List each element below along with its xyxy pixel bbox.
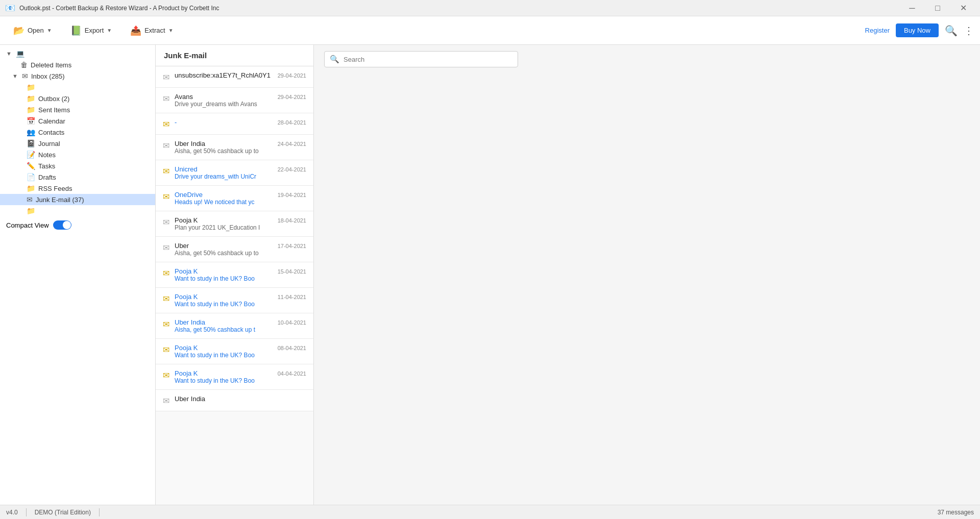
email-sender: -: [175, 118, 273, 126]
email-content: Pooja K Want to study in the UK? Boo: [175, 293, 273, 308]
email-panel: Junk E-mail ✉ unsubscribe:xa1EY7t_RchlA0…: [156, 45, 314, 505]
sidebar-item-journal[interactable]: ▶📓Journal: [0, 138, 155, 149]
minimize-button[interactable]: ─: [900, 0, 924, 16]
email-sender: OneDrive: [175, 191, 273, 199]
open-button[interactable]: 📂 Open ▼: [6, 22, 59, 39]
icon-root: 💻: [16, 50, 24, 58]
extract-icon: 📤: [130, 25, 141, 36]
email-item[interactable]: ✉ Pooja K Plan your 2021 UK_Education I …: [156, 211, 313, 237]
content-area: 🔍: [314, 45, 980, 505]
email-preview: Heads up! We noticed that yc: [175, 199, 273, 206]
email-item[interactable]: ✉ unsubscribe:xa1EY7t_RchlA0Y1 29-04-202…: [156, 66, 313, 88]
buynow-button[interactable]: Buy Now: [896, 23, 939, 37]
toolbar-left: 📂 Open ▼ 📗 Export ▼ 📤 Extract ▼: [6, 22, 181, 39]
open-label: Open: [28, 27, 44, 34]
email-preview: Want to study in the UK? Boo: [175, 275, 273, 282]
extract-button[interactable]: 📤 Extract ▼: [123, 22, 180, 39]
open-dropdown-arrow: ▼: [47, 28, 52, 33]
email-content: Pooja K Plan your 2021 UK_Education I: [175, 216, 273, 231]
toolbar-right: Register Buy Now 🔍 ⋮: [865, 23, 974, 37]
menu-dots-button[interactable]: ⋮: [964, 24, 974, 37]
register-button[interactable]: Register: [865, 27, 890, 34]
email-item[interactable]: ✉ Uber India: [156, 390, 313, 411]
label-journal: Journal: [38, 140, 60, 147]
email-icon: ✉: [163, 72, 169, 82]
sidebar-item-rss-feeds[interactable]: ▶📁RSS Feeds: [0, 183, 155, 194]
email-item[interactable]: ✉ - 28-04-2021: [156, 113, 313, 135]
label-deleted-items: Deleted Items: [31, 61, 71, 69]
email-date: 29-04-2021: [278, 72, 306, 79]
sidebar-item-inbox[interactable]: ▼✉Inbox (285): [0, 70, 155, 82]
icon-contacts: 👥: [27, 128, 35, 136]
email-sender: Uber India: [175, 395, 301, 403]
email-icon: ✉: [163, 217, 169, 227]
sidebar-item-outbox[interactable]: ▶📁Outbox (2): [0, 93, 155, 104]
label-drafts: Drafts: [38, 174, 56, 181]
email-item[interactable]: ✉ OneDrive Heads up! We noticed that yc …: [156, 186, 313, 211]
email-item[interactable]: ✉ Uber Aisha, get 50% cashback up to 17-…: [156, 237, 313, 262]
compact-view-toggle[interactable]: [53, 220, 71, 230]
sidebar-item-drafts[interactable]: ▶📄Drafts: [0, 171, 155, 183]
email-preview: Aisha, get 50% cashback up to: [175, 250, 273, 257]
email-content: Uber India Aisha, get 50% cashback up to: [175, 140, 273, 155]
edition-label: DEMO (Trial Edition): [35, 509, 91, 516]
email-item[interactable]: ✉ Pooja K Want to study in the UK? Boo 0…: [156, 364, 313, 390]
email-item[interactable]: ✉ Pooja K Want to study in the UK? Boo 1…: [156, 288, 313, 313]
email-preview: Want to study in the UK? Boo: [175, 377, 273, 384]
titlebar-title: Outlook.pst - Corbett Backup & Restore W…: [19, 5, 219, 12]
sidebar-item-contacts[interactable]: ▶👥Contacts: [0, 127, 155, 138]
email-item[interactable]: ✉ Avans Drive your_dreams with Avans 29-…: [156, 88, 313, 113]
sidebar-item-deleted-items[interactable]: ▶🗑Deleted Items: [0, 59, 155, 70]
sidebar-item-junk-email[interactable]: ▶✉Junk E-mail (37): [0, 194, 155, 205]
icon-junk-email: ✉: [27, 195, 33, 204]
export-dropdown-arrow: ▼: [107, 28, 112, 33]
export-button[interactable]: 📗 Export ▼: [63, 22, 119, 39]
maximize-button[interactable]: □: [926, 0, 949, 16]
titlebar: 📧 Outlook.pst - Corbett Backup & Restore…: [0, 0, 980, 16]
export-label: Export: [85, 27, 104, 34]
sidebar-item-inbox-sub[interactable]: ▶📁: [0, 82, 155, 93]
email-sender: Uber India: [175, 140, 273, 147]
email-date: 28-04-2021: [278, 119, 306, 126]
label-sent-items: Sent Items: [38, 106, 70, 114]
email-icon: ✉: [163, 345, 169, 355]
statusbar-divider: [26, 508, 27, 516]
close-button[interactable]: ✕: [951, 0, 975, 16]
sidebar-item-tasks[interactable]: ▶✏️Tasks: [0, 160, 155, 171]
sidebar-item-empty-folder[interactable]: ▶📁: [0, 205, 155, 216]
email-icon: ✉: [163, 94, 169, 104]
titlebar-controls: ─ □ ✕: [900, 0, 975, 16]
email-icon: ✉: [163, 119, 169, 129]
email-item[interactable]: ✉ Uber India Aisha, get 50% cashback up …: [156, 135, 313, 160]
email-preview: Drive your_dreams with Avans: [175, 101, 273, 108]
label-contacts: Contacts: [38, 129, 64, 136]
email-content: Uber Aisha, get 50% cashback up to: [175, 242, 273, 257]
email-preview: Drive your dreams_with UniCr: [175, 173, 273, 180]
email-content: Unicred Drive your dreams_with UniCr: [175, 165, 273, 180]
extract-label: Extract: [144, 27, 165, 34]
sidebar-item-calendar[interactable]: ▶📅Calendar: [0, 115, 155, 127]
email-preview: Aisha, get 50% cashback up t: [175, 326, 273, 333]
email-item[interactable]: ✉ Uber India Aisha, get 50% cashback up …: [156, 313, 313, 339]
sidebar-item-notes[interactable]: ▶📝Notes: [0, 149, 155, 160]
email-item[interactable]: ✉ Pooja K Want to study in the UK? Boo 1…: [156, 262, 313, 288]
sidebar-item-root[interactable]: ▼💻: [0, 48, 155, 59]
icon-inbox: ✉: [22, 72, 28, 80]
email-date: 15-04-2021: [278, 268, 306, 275]
email-content: Uber India: [175, 395, 301, 403]
icon-empty-folder: 📁: [27, 207, 35, 215]
label-calendar: Calendar: [38, 117, 65, 125]
sidebar: ▼💻▶🗑Deleted Items▼✉Inbox (285)▶📁▶📁Outbox…: [0, 45, 156, 505]
email-date: 17-04-2021: [278, 243, 306, 249]
search-toolbar-icon[interactable]: 🔍: [945, 24, 958, 37]
search-input[interactable]: [344, 56, 512, 63]
sidebar-item-sent-items[interactable]: ▶📁Sent Items: [0, 104, 155, 115]
email-item[interactable]: ✉ Pooja K Want to study in the UK? Boo 0…: [156, 339, 313, 364]
email-icon: ✉: [163, 141, 169, 151]
icon-journal: 📓: [27, 139, 35, 147]
icon-calendar: 📅: [27, 117, 35, 125]
email-item[interactable]: ✉ Unicred Drive your dreams_with UniCr 2…: [156, 160, 313, 186]
email-content: Pooja K Want to study in the UK? Boo: [175, 344, 273, 359]
icon-outbox: 📁: [27, 94, 35, 103]
email-content: Pooja K Want to study in the UK? Boo: [175, 267, 273, 282]
